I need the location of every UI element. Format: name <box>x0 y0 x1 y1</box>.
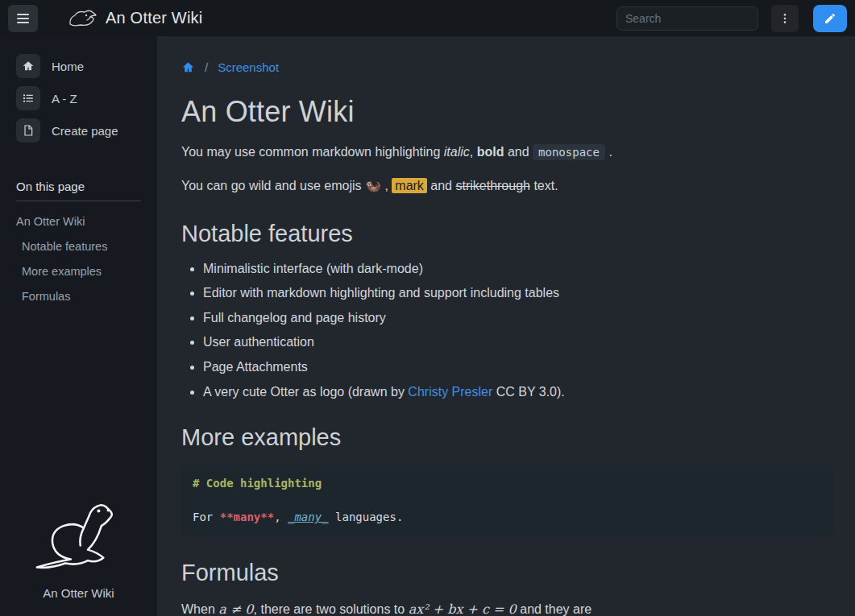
otter-illustration <box>16 501 141 578</box>
text: and they are <box>517 602 591 616</box>
code-line-empty <box>193 492 823 509</box>
section-heading-notable-features: Notable features <box>181 221 834 247</box>
toc-link-an-otter-wiki[interactable]: An Otter Wiki <box>16 209 141 234</box>
breadcrumb-separator: / <box>205 60 208 74</box>
list-item: Page Attachments <box>203 358 834 376</box>
otter-logo-icon <box>68 8 98 29</box>
text: CC BY 3.0). <box>492 385 565 399</box>
on-this-page-divider <box>16 201 141 201</box>
code-text: , <box>274 511 288 523</box>
text: A very cute Otter as logo (drawn by <box>203 385 408 399</box>
toc-link-formulas[interactable]: Formulas <box>16 284 141 309</box>
sidebar: Home A - Z Create page On this page <box>0 36 157 616</box>
section-heading-formulas: Formulas <box>181 560 834 586</box>
text: , there are two solutions to <box>254 602 409 616</box>
code-line: # Code highlighting <box>193 475 823 492</box>
breadcrumb-current-page[interactable]: Screenshot <box>218 60 279 74</box>
mark-text: mark <box>392 178 427 193</box>
list-item: Editor with markdown highlighting and su… <box>203 284 834 302</box>
code-text: languages. <box>329 511 404 523</box>
kebab-icon <box>778 12 791 25</box>
text: . <box>605 145 612 159</box>
text: text. <box>530 179 558 192</box>
breadcrumb-home-link[interactable] <box>181 60 195 74</box>
strikethrough-text: strikethrough <box>455 179 530 192</box>
code-bold-token: **many** <box>220 511 274 523</box>
page-toc: An Otter Wiki Notable features More exam… <box>16 209 141 309</box>
inline-math: a ≠ 0 <box>218 602 253 616</box>
top-navbar: An Otter Wiki <box>0 0 855 36</box>
christy-presler-link[interactable]: Christy Presler <box>408 385 492 399</box>
list-icon <box>16 86 40 110</box>
toc-link-more-examples[interactable]: More examples <box>16 259 141 284</box>
list-item: User authentication <box>203 333 834 351</box>
emoji-paragraph: You can go wild and use emojis 🦦 , mark … <box>181 176 834 196</box>
otter-emoji: 🦦 <box>365 179 381 192</box>
code-line: For **many**, _many_ languages. <box>193 509 823 526</box>
sidebar-item-label: A - Z <box>52 92 77 105</box>
code-block: # Code highlighting For **many**, _many_… <box>181 465 834 535</box>
sidebar-logo-caption: An Otter Wiki <box>16 586 141 600</box>
text: , <box>470 145 477 159</box>
sidebar-item-label: Home <box>52 60 84 73</box>
sidebar-item-home[interactable]: Home <box>16 54 141 78</box>
text: , <box>381 179 392 192</box>
brand[interactable]: An Otter Wiki <box>68 8 202 29</box>
sidebar-item-create-page[interactable]: Create page <box>16 118 141 143</box>
sidebar-spacer <box>16 309 141 501</box>
home-icon <box>16 54 40 78</box>
formula-paragraph: When a ≠ 0, there are two solutions to a… <box>181 600 834 616</box>
pencil-icon <box>824 12 836 25</box>
home-icon <box>181 60 195 74</box>
code-comment: # Code highlighting <box>193 477 322 490</box>
text: You may use common markdown highlighting <box>181 145 444 159</box>
sidebar-toggle-button[interactable] <box>8 5 38 32</box>
inline-math: ax² + bx + c = 0 <box>409 602 517 616</box>
sidebar-item-a-z[interactable]: A - Z <box>16 86 141 110</box>
text: When <box>181 602 218 616</box>
text: You can go wild and use emojis <box>181 179 365 192</box>
breadcrumb: / Screenshot <box>181 60 834 74</box>
section-heading-more-examples: More examples <box>181 424 834 451</box>
intro-paragraph: You may use common markdown highlighting… <box>181 143 834 163</box>
list-item: A very cute Otter as logo (drawn by Chri… <box>203 383 834 401</box>
list-item: Full changelog and page history <box>203 309 834 327</box>
toc-link-notable-features[interactable]: Notable features <box>16 234 141 259</box>
code-text: For <box>193 511 220 523</box>
code-italic-token: _many_ <box>288 511 329 523</box>
menu-button[interactable] <box>771 5 799 32</box>
sidebar-item-label: Create page <box>52 124 118 138</box>
bold-text: bold <box>477 145 504 159</box>
app-title: An Otter Wiki <box>106 9 202 27</box>
inline-code: monospace <box>533 144 605 160</box>
main-content: / Screenshot An Otter Wiki You may use c… <box>157 36 855 616</box>
new-page-icon <box>16 118 40 143</box>
search-input[interactable] <box>616 6 758 31</box>
hamburger-icon <box>17 14 29 23</box>
page-title: An Otter Wiki <box>181 95 834 129</box>
edit-page-button[interactable] <box>813 5 847 32</box>
list-item: Minimalistic interface (with dark-mode) <box>203 260 834 278</box>
italic-text: italic <box>444 145 470 159</box>
features-list: Minimalistic interface (with dark-mode) … <box>181 260 834 401</box>
text: and <box>504 145 533 159</box>
text: and <box>427 179 456 192</box>
on-this-page-title: On this page <box>16 180 141 193</box>
